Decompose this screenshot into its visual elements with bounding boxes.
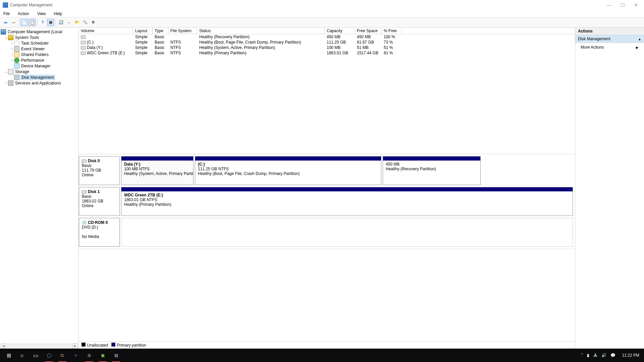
disk-status: Online <box>82 203 117 208</box>
back-button[interactable]: ⬅ <box>2 19 9 26</box>
scroll-left-button[interactable]: ◄ <box>1 343 6 349</box>
folder-icon <box>14 52 19 57</box>
services-icon <box>8 80 13 86</box>
table-body: SimpleBasicHealthy (Recovery Partition)4… <box>79 34 575 154</box>
partition-title: (C:) <box>198 162 378 167</box>
menu-action[interactable]: Action <box>16 11 30 17</box>
legend: Unallocated Primary partition <box>79 341 575 349</box>
col-capacity[interactable]: Capacity <box>325 27 355 34</box>
partition-recovery[interactable]: 450 MB Healthy (Recovery Partition) <box>383 156 481 185</box>
tree-performance[interactable]: › Performance <box>0 57 78 63</box>
cdrom-info[interactable]: 💿CD-ROM 0 DVD (D:) No Media <box>79 218 120 247</box>
partition-size: 100 MB NTFS <box>124 167 191 171</box>
refresh-button[interactable]: 🔄 <box>57 19 65 26</box>
tree-label: Device Manager <box>20 64 51 68</box>
show-hide-tree-button[interactable]: 📄 <box>20 19 28 26</box>
tree-label: Disk Management <box>20 75 55 80</box>
tray-battery-icon[interactable]: ▮ <box>587 353 589 358</box>
clock-icon <box>14 41 19 46</box>
tray-volume-icon[interactable]: 🔊 <box>601 353 606 358</box>
table-row[interactable]: (C:)SimpleBasicNTFSHealthy (Boot, Page F… <box>79 40 575 45</box>
expand-icon[interactable]: › <box>4 81 8 85</box>
app-button-b[interactable]: ▤ <box>111 350 121 361</box>
start-button[interactable]: ⊞ <box>3 350 14 361</box>
tree-task-scheduler[interactable]: › Task Scheduler <box>0 40 78 46</box>
menubar: File Action View Help <box>0 10 644 17</box>
scroll-right-button[interactable]: ► <box>72 343 78 349</box>
close-button[interactable]: ✕ <box>633 2 639 8</box>
table-row[interactable]: Data (Y:)SimpleBasicNTFSHealthy (System,… <box>79 45 575 50</box>
collapse-icon[interactable]: ⌄ <box>4 70 8 73</box>
task-view-button[interactable]: ▭ <box>30 350 41 361</box>
window-title: Computer Management <box>10 3 606 7</box>
partition-data-y[interactable]: Data (Y:) 100 MB NTFS Healthy (System, A… <box>121 156 194 185</box>
tb-btn-c[interactable]: 🔍 <box>82 19 89 26</box>
partition-bar <box>121 157 193 161</box>
disk-icon <box>82 160 87 163</box>
steam-button[interactable]: ◎ <box>84 350 95 361</box>
partition-status: Healthy (Boot, Page File, Crash Dump, Pr… <box>198 171 378 176</box>
tree-label: Services and Applications <box>14 81 62 85</box>
menu-view[interactable]: View <box>36 11 47 17</box>
actions-section[interactable]: Disk Management ▲ <box>575 35 644 43</box>
tree-shared-folders[interactable]: › Shared Folders <box>0 52 78 57</box>
tree-storage[interactable]: ⌄ Storage <box>0 69 78 74</box>
partition-title: Data (Y:) <box>124 162 191 167</box>
tools-icon <box>8 35 13 40</box>
help-button[interactable]: ? <box>39 19 46 26</box>
col-pct[interactable]: % Free <box>382 27 402 34</box>
tree-system-tools[interactable]: ⌄ System Tools <box>0 35 78 40</box>
expand-icon[interactable]: › <box>10 53 14 56</box>
partition-wdc-green[interactable]: WDC Green 2TB (E:) 1863.01 GB NTFS Healt… <box>121 187 573 216</box>
tree-scrollbar[interactable]: ◄ ► <box>1 343 78 349</box>
tree-root[interactable]: Computer Management (Local <box>0 29 78 35</box>
tree-disk-management[interactable]: Disk Management <box>0 74 78 80</box>
tray-action-center-icon[interactable]: 💬 <box>610 353 615 358</box>
main-panel: Volume Layout Type File System Status Ca… <box>79 27 575 349</box>
minimize-button[interactable]: — <box>606 2 612 8</box>
tree-label: Event Viewer <box>20 47 45 51</box>
tree-panel: Computer Management (Local ⌄ System Tool… <box>0 27 79 349</box>
tb-btn-a[interactable]: ▫ <box>65 19 73 26</box>
expand-icon[interactable]: › <box>10 58 14 62</box>
expand-icon[interactable]: › <box>10 41 14 45</box>
maximize-button[interactable]: ☐ <box>620 2 625 8</box>
col-volume[interactable]: Volume <box>79 27 133 34</box>
file-explorer-button[interactable]: 🗀 <box>57 350 68 361</box>
tray-network-icon[interactable]: 🖧 <box>593 353 597 358</box>
menu-help[interactable]: Help <box>53 11 64 17</box>
tree-device-manager[interactable]: Device Manager <box>0 63 78 69</box>
app-button-a[interactable]: ▣ <box>97 350 108 361</box>
disk-1-info[interactable]: Disk 1 Basic 1863.02 GB Online <box>79 187 120 216</box>
col-status[interactable]: Status <box>197 27 325 34</box>
partition-status: Healthy (System, Active, Primary Partiti… <box>124 171 191 176</box>
edge-button[interactable]: e <box>70 350 81 361</box>
table-row[interactable]: WDC Green 2TB (E:)SimpleBasicNTFSHealthy… <box>79 50 575 56</box>
tray-chevron-icon[interactable]: ˄ <box>581 353 583 358</box>
tb-view-button[interactable]: ▦ <box>47 19 54 26</box>
col-filesystem[interactable]: File System <box>168 27 197 34</box>
collapse-icon[interactable]: ⌄ <box>4 36 8 39</box>
generic-icon: 🔍 <box>83 20 88 24</box>
col-free[interactable]: Free Space <box>355 27 382 34</box>
taskbar-clock[interactable]: 11:22 PM <box>622 353 639 358</box>
search-button[interactable]: ⌕ <box>17 350 28 361</box>
cortana-button[interactable]: ◯ <box>44 350 54 361</box>
expand-icon[interactable]: › <box>10 47 14 51</box>
disk-0-info[interactable]: Disk 0 Basic 111.79 GB Online <box>79 156 120 185</box>
tb-btn-b[interactable]: 📂 <box>73 19 81 26</box>
forward-button[interactable]: ➡ <box>10 19 17 26</box>
partition-size: 111.25 GB NTFS <box>198 167 378 171</box>
col-layout[interactable]: Layout <box>133 27 153 34</box>
tree-event-viewer[interactable]: › Event Viewer <box>0 46 78 52</box>
volume-table: Volume Layout Type File System Status Ca… <box>79 27 575 154</box>
more-actions[interactable]: More Actions ▶ <box>575 43 644 52</box>
show-hide-action-button[interactable]: 📋 <box>29 19 36 26</box>
partition-c[interactable]: (C:) 111.25 GB NTFS Healthy (Boot, Page … <box>195 156 381 185</box>
cdrom-0: 💿CD-ROM 0 DVD (D:) No Media <box>79 218 573 247</box>
tb-btn-d[interactable]: ⚙ <box>90 19 97 26</box>
col-type[interactable]: Type <box>153 27 168 34</box>
tree-services-apps[interactable]: › Services and Applications <box>0 80 78 86</box>
table-row[interactable]: SimpleBasicHealthy (Recovery Partition)4… <box>79 34 575 40</box>
menu-file[interactable]: File <box>2 11 11 17</box>
